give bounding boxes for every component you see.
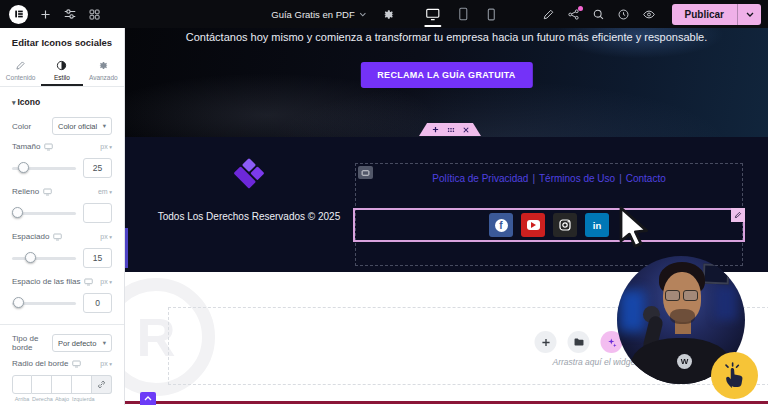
border-type-select[interactable]: Por defecto: [52, 334, 112, 352]
color-label: Color: [12, 122, 31, 131]
tab-avanzado[interactable]: Avanzado: [83, 56, 124, 86]
desktop-icon: [426, 8, 441, 21]
rows-gap-input[interactable]: [83, 293, 112, 313]
responsive-monitor-icon: [44, 143, 53, 151]
search-icon: [592, 8, 605, 21]
padding-slider-row: [12, 203, 112, 223]
slider-thumb[interactable]: [13, 297, 24, 308]
video-progress-bar: [125, 401, 768, 404]
whats-new-button[interactable]: [567, 8, 580, 21]
social-icon-linkedin[interactable]: in: [585, 213, 609, 237]
social-icon-youtube[interactable]: [521, 213, 545, 237]
device-mobile-button[interactable]: [487, 0, 497, 28]
elementor-menu-button[interactable]: [9, 5, 28, 24]
slider-thumb[interactable]: [12, 207, 23, 218]
link-terminos-de-uso[interactable]: Términos de Uso: [539, 173, 615, 184]
preview-canvas: Contáctanos hoy mismo y comienza a trans…: [125, 28, 768, 405]
border-type-control: Tipo de borde Por defecto: [12, 334, 112, 352]
preview-footer-section[interactable]: Todos Los Derechos Reservados © 2025 Pol…: [125, 137, 768, 272]
padding-slider[interactable]: [12, 212, 76, 215]
device-tablet-button[interactable]: [458, 0, 470, 28]
link-values-button[interactable]: [92, 375, 112, 394]
gear-icon: [98, 60, 109, 71]
scrollbar-thumb[interactable]: [125, 228, 128, 268]
panel-body: Icono Color Color oficial Tamaño px Rell…: [0, 87, 124, 405]
person-glasses: [665, 290, 698, 301]
section-icon-title[interactable]: Icono: [12, 97, 112, 107]
color-select[interactable]: Color oficial: [52, 117, 112, 135]
rows-gap-label: Espacio de las filas: [12, 277, 80, 286]
spacing-slider[interactable]: [12, 257, 76, 260]
padding-unit-select[interactable]: em: [98, 188, 112, 195]
border-radius-inputs: [12, 375, 112, 394]
radius-right-input[interactable]: [32, 375, 52, 394]
edit-widget-button[interactable]: [731, 208, 745, 222]
drag-section-icon[interactable]: [447, 127, 455, 133]
panel-tabs: Contenido Estilo Avanzado: [0, 56, 124, 87]
footer-right-column[interactable]: Política de Privacidad|Términos de Uso|C…: [355, 163, 743, 266]
add-element-button[interactable]: [39, 8, 52, 21]
delete-section-icon[interactable]: [463, 127, 469, 133]
tab-estilo[interactable]: Estilo: [41, 56, 82, 86]
social-icon-facebook[interactable]: f: [489, 213, 513, 237]
hero-cta-button[interactable]: RECLAMA LA GUÍA GRATUITA: [360, 62, 532, 88]
social-icon-instagram[interactable]: [553, 213, 577, 237]
section-edit-handle[interactable]: [419, 123, 481, 136]
rows-gap-unit-select[interactable]: px: [100, 278, 112, 285]
rows-gap-control-header: Espacio de las filas px: [12, 277, 112, 286]
border-radius-label: Radio del borde: [12, 359, 68, 368]
pencil-icon: [542, 8, 555, 21]
gear-icon: [383, 8, 396, 21]
copyright-text[interactable]: Todos Los Derechos Reservados © 2025: [149, 211, 349, 222]
link-politica-de-privacidad[interactable]: Política de Privacidad: [432, 173, 528, 184]
link-contacto[interactable]: Contacto: [626, 173, 666, 184]
mouse-cursor: [619, 206, 653, 254]
size-unit-select[interactable]: px: [100, 143, 112, 150]
collapse-panel-button[interactable]: [140, 392, 156, 405]
publish-options-button[interactable]: [737, 4, 761, 25]
device-desktop-button[interactable]: [426, 0, 441, 28]
instagram-camera-icon: [557, 217, 573, 233]
slider-thumb[interactable]: [18, 162, 29, 173]
add-widget-button[interactable]: [535, 331, 557, 353]
radius-bottom-input[interactable]: [52, 375, 72, 394]
padding-control-header: Relleno em: [12, 187, 112, 196]
size-input[interactable]: [83, 158, 112, 178]
link-separator: |: [532, 173, 535, 184]
linkedin-glyph: in: [593, 220, 601, 231]
spacing-slider-row: [12, 248, 112, 268]
preview-hero-section[interactable]: Contáctanos hoy mismo y comienza a trans…: [125, 28, 768, 137]
responsive-monitor-icon: [53, 233, 62, 241]
slider-thumb[interactable]: [25, 252, 36, 263]
history-button[interactable]: [617, 8, 630, 21]
finder-search-button[interactable]: [592, 8, 605, 21]
radius-top-input[interactable]: [12, 375, 32, 394]
document-switcher[interactable]: Guía Gratis en PDF: [271, 9, 366, 20]
monitor-glow: [619, 290, 645, 332]
page-settings-button[interactable]: [383, 8, 396, 21]
hero-text[interactable]: Contáctanos hoy mismo y comienza a trans…: [125, 30, 768, 45]
site-settings-button[interactable]: [63, 7, 77, 21]
padding-input[interactable]: [83, 203, 112, 223]
eye-icon: [642, 8, 656, 21]
radius-left-input[interactable]: [72, 375, 92, 394]
divider: [0, 324, 124, 325]
border-radius-unit-select[interactable]: px: [100, 360, 112, 367]
spacing-label: Espaciado: [12, 232, 49, 241]
checklist-button[interactable]: [542, 8, 555, 21]
preview-button[interactable]: [642, 8, 656, 21]
tab-contenido[interactable]: Contenido: [0, 56, 41, 86]
rows-gap-slider[interactable]: [12, 302, 76, 305]
add-template-button[interactable]: [568, 331, 590, 353]
add-section-icon[interactable]: [432, 126, 439, 133]
spacing-unit-select[interactable]: px: [100, 233, 112, 240]
widgets-grid-icon: [88, 8, 101, 21]
mobile-icon: [487, 8, 497, 21]
size-slider[interactable]: [12, 167, 76, 170]
dropzone-hint: Arrastra aquí el widget: [552, 357, 637, 367]
structure-button[interactable]: [88, 8, 101, 21]
social-icons-widget-selected[interactable]: f in: [353, 208, 745, 242]
publish-button[interactable]: Publicar: [672, 4, 737, 25]
footer-links: Política de Privacidad|Términos de Uso|C…: [356, 173, 742, 184]
spacing-input[interactable]: [83, 248, 112, 268]
